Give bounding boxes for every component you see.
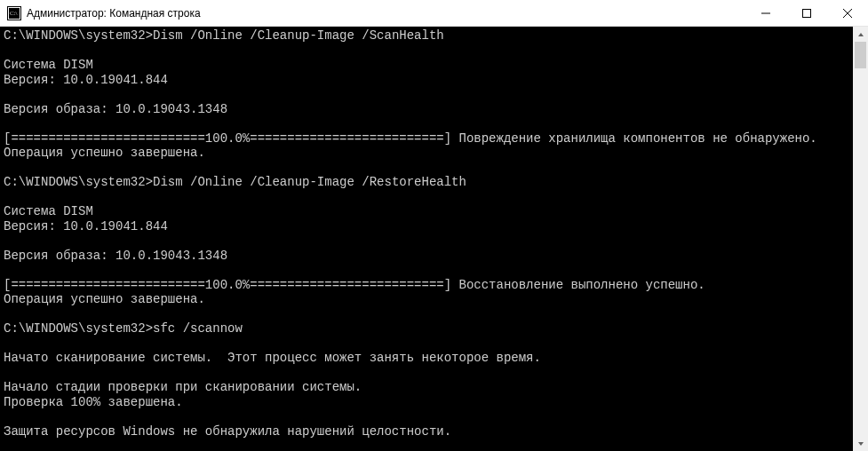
output-line: Операция успешно завершена. bbox=[4, 292, 205, 306]
output-line: Cистема DISM bbox=[4, 58, 93, 72]
output-line: Операция успешно завершена. bbox=[4, 146, 205, 160]
window-title: Администратор: Командная строка bbox=[27, 7, 745, 20]
scroll-down-button[interactable] bbox=[853, 436, 868, 451]
output-line: Начало стадии проверки при сканировании … bbox=[4, 380, 362, 394]
progress-line: [==========================100.0%=======… bbox=[4, 131, 817, 146]
terminal-output[interactable]: C:\WINDOWS\system32>Dism /Online /Cleanu… bbox=[0, 27, 853, 451]
svg-text:C:\: C:\ bbox=[10, 10, 18, 17]
output-line: Версия образа: 10.0.19043.1348 bbox=[4, 249, 227, 263]
command-text: sfc /scannow bbox=[153, 321, 243, 336]
command-text: Dism /Online /Cleanup-Image /RestoreHeal… bbox=[153, 175, 466, 189]
output-line: Версия: 10.0.19041.844 bbox=[4, 73, 168, 87]
maximize-button[interactable] bbox=[786, 0, 827, 26]
output-line: Защита ресурсов Windows не обнаружила на… bbox=[4, 424, 451, 439]
svg-marker-9 bbox=[858, 442, 864, 446]
progress-line: [==========================100.0%=======… bbox=[4, 278, 705, 292]
console-area: C:\WINDOWS\system32>Dism /Online /Cleanu… bbox=[0, 27, 868, 451]
output-line: Cистема DISM bbox=[4, 204, 93, 218]
prompt: C:\WINDOWS\system32> bbox=[4, 28, 153, 43]
prompt: C:\WINDOWS\system32> bbox=[4, 321, 153, 336]
vertical-scrollbar[interactable] bbox=[853, 27, 868, 451]
output-line: Проверка 100% завершена. bbox=[4, 395, 183, 409]
output-line: Версия: 10.0.19041.844 bbox=[4, 219, 168, 233]
output-line: Версия образа: 10.0.19043.1348 bbox=[4, 102, 227, 116]
window-titlebar: C:\ Администратор: Командная строка bbox=[0, 0, 868, 27]
scrollbar-thumb[interactable] bbox=[855, 42, 866, 68]
prompt: C:\WINDOWS\system32> bbox=[4, 175, 153, 189]
window-controls bbox=[745, 0, 868, 26]
svg-marker-8 bbox=[858, 33, 864, 36]
svg-rect-5 bbox=[803, 9, 811, 17]
command-text: Dism /Online /Cleanup-Image /ScanHealth bbox=[153, 28, 444, 43]
scroll-up-button[interactable] bbox=[853, 27, 868, 42]
close-button[interactable] bbox=[827, 0, 868, 26]
cmd-icon: C:\ bbox=[7, 6, 21, 20]
output-line: Начато сканирование системы. Этот процес… bbox=[4, 351, 541, 365]
minimize-button[interactable] bbox=[745, 0, 786, 26]
